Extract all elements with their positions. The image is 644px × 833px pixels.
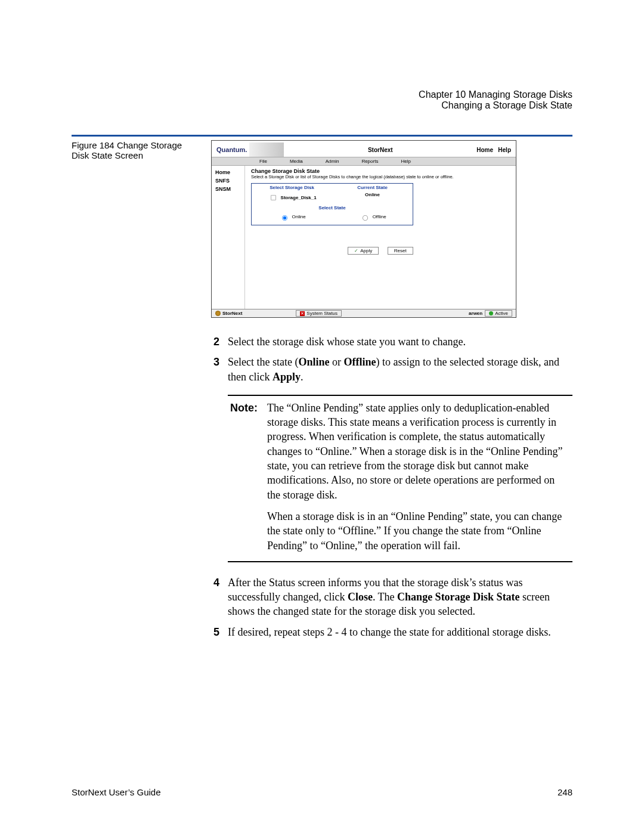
disk-checkbox[interactable] xyxy=(271,195,276,200)
menu-help[interactable]: Help xyxy=(401,159,410,164)
radio-offline-label: Offline xyxy=(373,214,386,219)
disk-state: Online xyxy=(365,192,380,197)
step-number: 4 xyxy=(211,575,219,619)
apply-button[interactable]: Apply xyxy=(348,247,379,255)
step-number: 2 xyxy=(211,335,219,349)
page-footer: StorNext User’s Guide 248 xyxy=(72,787,572,797)
figure-caption: Figure 184 Change Storage Disk State Scr… xyxy=(72,140,197,645)
gear-icon xyxy=(215,311,221,316)
menubar: File Media Admin Reports Help xyxy=(212,157,516,166)
host-label: arwen xyxy=(469,311,482,316)
sidebar-snfs[interactable]: SNFS xyxy=(212,176,244,185)
section-title: Changing a Storage Disk State xyxy=(72,100,572,111)
status-dot-icon xyxy=(489,311,493,315)
sidebar-home[interactable]: Home xyxy=(212,168,244,176)
note-block: Note: The “Online Pending” state applies… xyxy=(228,395,572,562)
status-bar: StorNext ✕ System Status arwen Active xyxy=(212,309,516,317)
reset-button[interactable]: Reset xyxy=(388,247,413,255)
radio-online-label: Online xyxy=(292,214,306,219)
step-text: Select the storage disk whose state you … xyxy=(228,335,572,349)
divider xyxy=(72,135,572,137)
menu-reports[interactable]: Reports xyxy=(361,159,378,164)
chapter-header: Chapter 10 Managing Storage Disks Changi… xyxy=(72,89,572,111)
disk-panel: Select Storage Disk Current State Storag… xyxy=(251,183,413,225)
step-text: After the Status screen informs you that… xyxy=(228,575,572,619)
system-status-button[interactable]: ✕ System Status xyxy=(296,310,342,317)
status-brand: StorNext xyxy=(222,311,242,316)
app-title: StorNext xyxy=(284,147,476,153)
system-status-label: System Status xyxy=(306,311,338,316)
panel-title: Change Storage Disk State xyxy=(251,168,510,174)
col-select-disk: Select Storage Disk xyxy=(252,184,332,191)
footer-title: StorNext User’s Guide xyxy=(72,787,161,797)
step-number: 3 xyxy=(211,355,219,384)
step-number: 5 xyxy=(211,625,219,639)
panel-subtitle: Select a Storage Disk or list of Storage… xyxy=(251,174,510,179)
active-button[interactable]: Active xyxy=(485,310,512,317)
step-text: If desired, repeat steps 2 - 4 to change… xyxy=(228,625,572,639)
note-paragraph: The “Online Pending” state applies only … xyxy=(267,401,570,502)
header-graphic xyxy=(249,143,284,157)
disk-name: Storage_Disk_1 xyxy=(281,195,317,200)
menu-media[interactable]: Media xyxy=(290,159,303,164)
page-number: 248 xyxy=(558,787,572,797)
chapter-title: Chapter 10 Managing Storage Disks xyxy=(72,89,572,100)
logo: Quantum. xyxy=(216,146,247,153)
radio-offline[interactable] xyxy=(363,215,368,221)
select-state-header: Select State xyxy=(252,204,413,212)
sidebar: Home SNFS SNSM xyxy=(212,166,245,309)
alert-icon: ✕ xyxy=(300,311,305,316)
menu-file[interactable]: File xyxy=(259,159,267,164)
note-label: Note: xyxy=(230,401,258,553)
screenshot: Quantum. StorNext Home Help File Media A… xyxy=(211,140,516,318)
note-paragraph: When a storage disk is in an “Online Pen… xyxy=(267,509,570,553)
radio-online[interactable] xyxy=(282,215,287,221)
help-link[interactable]: Help xyxy=(498,147,511,153)
step-text: Select the state (Online or Offline) to … xyxy=(228,355,572,384)
col-current-state: Current State xyxy=(332,184,413,191)
menu-admin[interactable]: Admin xyxy=(326,159,339,164)
active-label: Active xyxy=(495,311,508,316)
home-link[interactable]: Home xyxy=(476,147,493,153)
sidebar-snsm[interactable]: SNSM xyxy=(212,185,244,193)
